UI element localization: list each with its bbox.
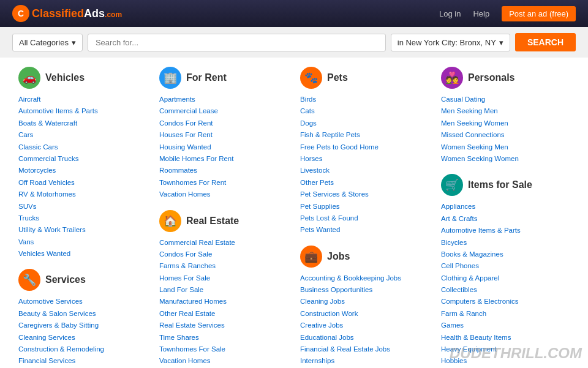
list-item: Women Seeking Women [441,153,570,164]
link-cats[interactable]: Cats [300,107,315,115]
link-vans[interactable]: Vans [18,238,34,246]
link-cell-phones[interactable]: Cell Phones [441,262,479,269]
link-art-crafts[interactable]: Art & Crafts [441,215,477,222]
list-item: SUVs [18,201,147,212]
list-item: RV & Motorhomes [18,189,147,200]
link-appliances[interactable]: Appliances [441,203,475,210]
link-health-beauty[interactable]: Health & Beauty Items [441,334,511,341]
link-games[interactable]: Games [441,321,464,329]
list-item: Vacation Homes [159,189,288,200]
link-condos-sale[interactable]: Condos For Sale [159,250,212,258]
link-computers[interactable]: Computers & Electronics [441,298,519,305]
link-caregivers[interactable]: Caregivers & Baby Sitting [18,321,99,329]
link-townhomes-rent[interactable]: Townhomes For Rent [159,179,226,186]
link-pets-lost-found[interactable]: Pets Lost & Found [300,214,358,222]
link-horses[interactable]: Horses [300,155,322,162]
link-pet-supplies[interactable]: Pet Supplies [300,203,340,210]
search-input[interactable] [88,34,386,51]
link-trucks[interactable]: Trucks [18,214,39,222]
search-button[interactable]: SEARCH [515,33,576,51]
link-financial-svcs[interactable]: Financial Services [18,357,75,364]
link-livestock[interactable]: Livestock [300,167,330,174]
list-item: Trucks [18,212,147,223]
list-item: Missed Connections [441,129,570,140]
link-homes-sale[interactable]: Homes For Sale [159,274,210,282]
list-item: Cleaning Services [18,332,147,343]
link-pets-wanted[interactable]: Pets Wanted [300,226,340,233]
list-item: Apartments [159,94,288,105]
help-link[interactable]: Help [473,9,489,18]
link-vacation-homes-rent[interactable]: Vacation Homes [159,190,211,198]
link-farm-ranch[interactable]: Farm & Ranch [441,310,486,317]
link-free-pets[interactable]: Free Pets to Good Home [300,143,379,151]
list-item: Other Pets [300,177,429,188]
link-off-road[interactable]: Off Road Vehicles [18,179,75,186]
link-vehicles-wanted[interactable]: Vehicles Wanted [18,250,70,257]
link-roommates[interactable]: Roommates [159,167,197,174]
link-housing-wanted[interactable]: Housing Wanted [159,143,211,151]
link-houses-rent[interactable]: Houses For Rent [159,131,213,138]
link-boats[interactable]: Boats & Watercraft [18,119,77,127]
link-casual-dating[interactable]: Casual Dating [441,96,485,103]
link-business-opp[interactable]: Business Opportunities [300,286,372,293]
link-women-seeking-men[interactable]: Women Seeking Men [441,143,508,151]
link-land-sale[interactable]: Land For Sale [159,286,203,293]
login-link[interactable]: Log in [439,9,461,18]
link-mobile-homes[interactable]: Mobile Homes For Rent [159,155,233,162]
link-condos-rent[interactable]: Condos For Rent [159,119,213,127]
link-automotive-items[interactable]: Automotive Items & Parts [18,107,98,115]
link-commercial-re[interactable]: Commercial Real Estate [159,239,235,246]
link-women-seeking-women[interactable]: Women Seeking Women [441,155,519,162]
link-commercial-trucks[interactable]: Commercial Trucks [18,155,78,162]
link-commercial-lease[interactable]: Commercial Lease [159,107,218,115]
link-accounting-jobs[interactable]: Accounting & Bookkeeping Jobs [300,274,401,282]
link-construction-work[interactable]: Construction Work [300,310,358,317]
link-cars[interactable]: Cars [18,131,33,138]
link-bicycles[interactable]: Bicycles [441,239,467,246]
category-dropdown[interactable]: All Categories ▾ [12,34,83,51]
link-manufactured-homes[interactable]: Manufactured Homes [159,298,227,305]
list-item: Cars [18,129,147,140]
link-aircraft[interactable]: Aircraft [18,96,40,103]
link-missed-connections[interactable]: Missed Connections [441,131,505,138]
link-pet-services[interactable]: Pet Services & Stores [300,190,369,198]
link-apartments[interactable]: Apartments [159,96,195,103]
link-internships[interactable]: Internships [300,357,334,364]
link-re-services[interactable]: Real Estate Services [159,321,225,329]
link-birds[interactable]: Birds [300,96,316,103]
link-heavy-equipment[interactable]: Heavy Equipment [441,345,497,353]
location-selector[interactable]: in New York City: Bronx, NY ▾ [391,34,510,51]
link-cleaning[interactable]: Cleaning Services [18,334,75,341]
jobs-header: 💼 Jobs [300,246,429,268]
vehicles-title: Vehicles [45,72,85,83]
link-beauty-salon[interactable]: Beauty & Salon Services [18,310,96,317]
link-farms-ranches[interactable]: Farms & Ranches [159,262,216,269]
link-cleaning-jobs[interactable]: Cleaning Jobs [300,298,345,305]
post-ad-button[interactable]: Post an ad (free) [502,6,576,21]
link-collectibles[interactable]: Collectibles [441,286,477,293]
link-other-pets[interactable]: Other Pets [300,179,334,186]
link-auto-services[interactable]: Automotive Services [18,298,83,305]
column-2: 🏢 For Rent Apartments Commercial Lease C… [153,67,294,368]
link-books-magazines[interactable]: Books & Magazines [441,250,503,258]
link-hobbies[interactable]: Hobbies [441,357,467,364]
link-motorcycles[interactable]: Motorcycles [18,167,56,174]
link-construction[interactable]: Construction & Remodeling [18,345,104,353]
link-creative-jobs[interactable]: Creative Jobs [300,321,343,329]
link-other-re[interactable]: Other Real Estate [159,310,215,317]
link-classic-cars[interactable]: Classic Cars [18,143,58,151]
link-vacation-homes-sale[interactable]: Vacation Homes [159,357,211,364]
link-clothing[interactable]: Clothing & Apparel [441,274,499,282]
link-men-seeking-men[interactable]: Men Seeking Men [441,107,498,115]
link-rv[interactable]: RV & Motorhomes [18,190,76,198]
link-men-seeking-women[interactable]: Men Seeking Women [441,119,508,127]
link-fish-reptile[interactable]: Fish & Reptile Pets [300,131,360,138]
link-time-shares[interactable]: Time Shares [159,334,199,341]
link-auto-items-sale[interactable]: Automotive Items & Parts [441,227,521,234]
link-suvs[interactable]: SUVs [18,203,36,210]
link-townhomes-sale[interactable]: Townhomes For Sale [159,345,225,353]
link-educational-jobs[interactable]: Educational Jobs [300,334,354,341]
link-utility-trailers[interactable]: Utility & Work Trailers [18,226,86,233]
link-financial-re-jobs[interactable]: Financial & Real Estate Jobs [300,345,390,353]
link-dogs[interactable]: Dogs [300,119,317,127]
